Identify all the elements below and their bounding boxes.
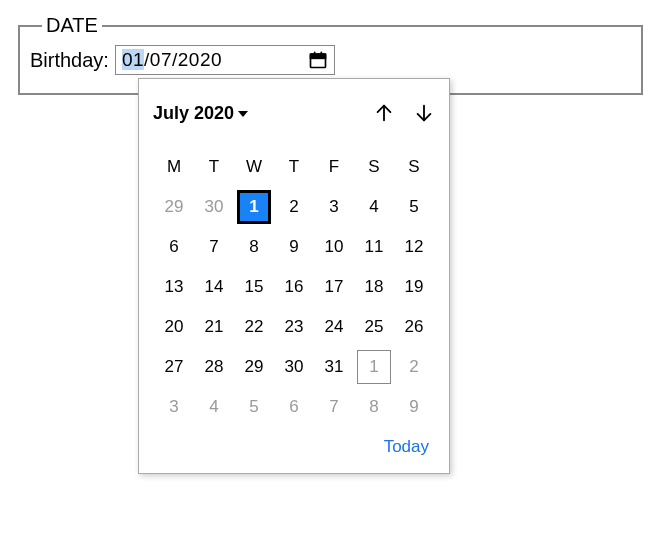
calendar-day[interactable]: 16 (274, 267, 314, 307)
month-nav (373, 102, 435, 124)
date-year-segment[interactable]: 2020 (178, 49, 222, 70)
calendar-day[interactable]: 30 (274, 347, 314, 387)
calendar-day[interactable]: 17 (314, 267, 354, 307)
calendar-day[interactable]: 24 (314, 307, 354, 347)
date-month-segment[interactable]: 07 (150, 49, 172, 70)
calendar-day[interactable]: 1 (354, 347, 394, 387)
next-month-button[interactable] (413, 102, 435, 124)
calendar-day[interactable]: 10 (314, 227, 354, 267)
calendar-day[interactable]: 9 (394, 387, 434, 427)
calendar-day[interactable]: 21 (194, 307, 234, 347)
date-text: 01/07/2020 (122, 49, 222, 71)
calendar-day[interactable]: 18 (354, 267, 394, 307)
day-of-week-header: T (274, 147, 314, 187)
calendar-day[interactable]: 31 (314, 347, 354, 387)
day-of-week-header: F (314, 147, 354, 187)
calendar-day[interactable]: 19 (394, 267, 434, 307)
calendar-day[interactable]: 23 (274, 307, 314, 347)
birthday-label: Birthday: (30, 49, 109, 72)
day-of-week-header: T (194, 147, 234, 187)
calendar-day[interactable]: 13 (154, 267, 194, 307)
day-of-week-header: S (394, 147, 434, 187)
month-year-label: July 2020 (153, 103, 234, 124)
calendar-day[interactable]: 1 (234, 187, 274, 227)
calendar-header: July 2020 (153, 93, 435, 133)
calendar-day[interactable]: 27 (154, 347, 194, 387)
calendar-day[interactable]: 29 (154, 187, 194, 227)
calendar-day[interactable]: 15 (234, 267, 274, 307)
calendar-day[interactable]: 7 (194, 227, 234, 267)
birthday-date-input[interactable]: 01/07/2020 (115, 45, 335, 75)
prev-month-button[interactable] (373, 102, 395, 124)
calendar-day[interactable]: 3 (314, 187, 354, 227)
calendar-day[interactable]: 8 (234, 227, 274, 267)
month-year-selector[interactable]: July 2020 (153, 103, 248, 124)
day-of-week-header: S (354, 147, 394, 187)
svg-rect-1 (310, 54, 325, 58)
calendar-popup: July 2020 MTWTFSS29301234567891011121314… (138, 78, 450, 474)
calendar-day[interactable]: 6 (154, 227, 194, 267)
day-of-week-header: W (234, 147, 274, 187)
calendar-day[interactable]: 12 (394, 227, 434, 267)
calendar-day[interactable]: 7 (314, 387, 354, 427)
date-day-segment[interactable]: 01 (122, 49, 144, 70)
calendar-day[interactable]: 3 (154, 387, 194, 427)
calendar-day[interactable]: 28 (194, 347, 234, 387)
calendar-day[interactable]: 2 (274, 187, 314, 227)
calendar-day[interactable]: 8 (354, 387, 394, 427)
calendar-day[interactable]: 22 (234, 307, 274, 347)
calendar-day[interactable]: 9 (274, 227, 314, 267)
calendar-day[interactable]: 5 (234, 387, 274, 427)
calendar-icon[interactable] (308, 50, 328, 70)
calendar-day[interactable]: 5 (394, 187, 434, 227)
dropdown-caret-icon (238, 111, 248, 117)
calendar-day[interactable]: 4 (194, 387, 234, 427)
calendar-day[interactable]: 4 (354, 187, 394, 227)
calendar-day[interactable]: 2 (394, 347, 434, 387)
calendar-day[interactable]: 29 (234, 347, 274, 387)
calendar-grid: MTWTFSS293012345678910111213141516171819… (153, 147, 435, 427)
day-of-week-header: M (154, 147, 194, 187)
fieldset-legend: DATE (42, 14, 102, 37)
calendar-day[interactable]: 30 (194, 187, 234, 227)
calendar-day[interactable]: 26 (394, 307, 434, 347)
calendar-day[interactable]: 11 (354, 227, 394, 267)
calendar-day[interactable]: 6 (274, 387, 314, 427)
calendar-day[interactable]: 20 (154, 307, 194, 347)
today-button[interactable]: Today (153, 427, 435, 463)
calendar-day[interactable]: 25 (354, 307, 394, 347)
calendar-day[interactable]: 14 (194, 267, 234, 307)
